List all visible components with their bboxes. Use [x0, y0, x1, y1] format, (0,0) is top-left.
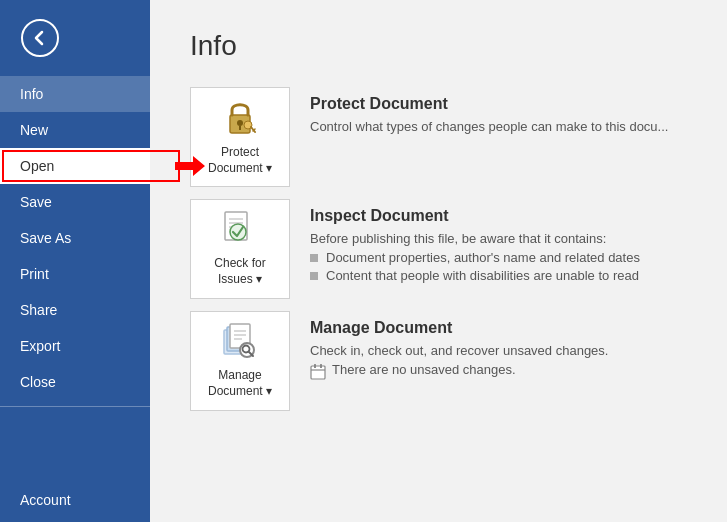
- manage-document-title: Manage Document: [310, 319, 687, 337]
- svg-rect-20: [311, 366, 325, 379]
- bullet-icon: [310, 272, 318, 280]
- back-arrow-icon: [21, 19, 59, 57]
- svg-rect-23: [320, 364, 322, 368]
- sidebar-item-new[interactable]: New: [0, 112, 150, 148]
- bullet-icon: [310, 254, 318, 262]
- manage-document-text: Manage Document Check in, check out, and…: [310, 311, 687, 383]
- list-item: Document properties, author's name and r…: [310, 250, 687, 265]
- list-item: Content that people with disabilities ar…: [310, 268, 687, 283]
- main-content: Info ProtectDocument ▾ Protect Document: [150, 0, 727, 522]
- inspect-document-text: Inspect Document Before publishing this …: [310, 199, 687, 286]
- list-item: There are no unsaved changes.: [310, 362, 687, 380]
- manage-document-desc: Check in, check out, and recover unsaved…: [310, 343, 687, 358]
- lock-icon: [222, 97, 258, 139]
- calendar-icon: [310, 364, 326, 380]
- protect-document-desc: Control what types of changes people can…: [310, 119, 687, 134]
- inspect-icon: [221, 210, 259, 250]
- sidebar-item-share[interactable]: Share: [0, 292, 150, 328]
- sidebar-item-close[interactable]: Close: [0, 364, 150, 400]
- sidebar-item-save[interactable]: Save: [0, 184, 150, 220]
- protect-document-text: Protect Document Control what types of c…: [310, 87, 687, 138]
- sidebar-item-export[interactable]: Export: [0, 328, 150, 364]
- sidebar-nav: Info New Open Save Save As Print Share: [0, 76, 150, 522]
- svg-point-1: [237, 120, 243, 126]
- manage-icon: [221, 322, 259, 362]
- protect-document-card: ProtectDocument ▾ Protect Document Contr…: [190, 87, 687, 187]
- inspect-document-list: Document properties, author's name and r…: [310, 250, 687, 283]
- sidebar: Info New Open Save Save As Print Share: [0, 0, 150, 522]
- sidebar-item-print[interactable]: Print: [0, 256, 150, 292]
- svg-rect-22: [314, 364, 316, 368]
- inspect-document-desc: Before publishing this file, be aware th…: [310, 231, 687, 246]
- protect-document-label: ProtectDocument ▾: [208, 145, 272, 176]
- sidebar-item-info[interactable]: Info: [0, 76, 150, 112]
- page-title: Info: [190, 30, 687, 62]
- protect-document-button[interactable]: ProtectDocument ▾: [190, 87, 290, 187]
- sidebar-bottom: Account: [0, 482, 150, 522]
- sidebar-divider: [0, 406, 150, 407]
- sidebar-item-account[interactable]: Account: [0, 482, 150, 518]
- check-issues-label: Check forIssues ▾: [214, 256, 265, 287]
- manage-document-button[interactable]: ManageDocument ▾: [190, 311, 290, 411]
- inspect-document-card: Check forIssues ▾ Inspect Document Befor…: [190, 199, 687, 299]
- check-issues-button[interactable]: Check forIssues ▾: [190, 199, 290, 299]
- sidebar-item-open[interactable]: Open: [0, 148, 150, 184]
- sidebar-item-save-as[interactable]: Save As: [0, 220, 150, 256]
- manage-document-card: ManageDocument ▾ Manage Document Check i…: [190, 311, 687, 411]
- inspect-document-title: Inspect Document: [310, 207, 687, 225]
- protect-document-title: Protect Document: [310, 95, 687, 113]
- manage-document-list: There are no unsaved changes.: [310, 362, 687, 380]
- manage-document-label: ManageDocument ▾: [208, 368, 272, 399]
- back-button[interactable]: [10, 8, 70, 68]
- open-item-wrapper: Open: [0, 148, 150, 184]
